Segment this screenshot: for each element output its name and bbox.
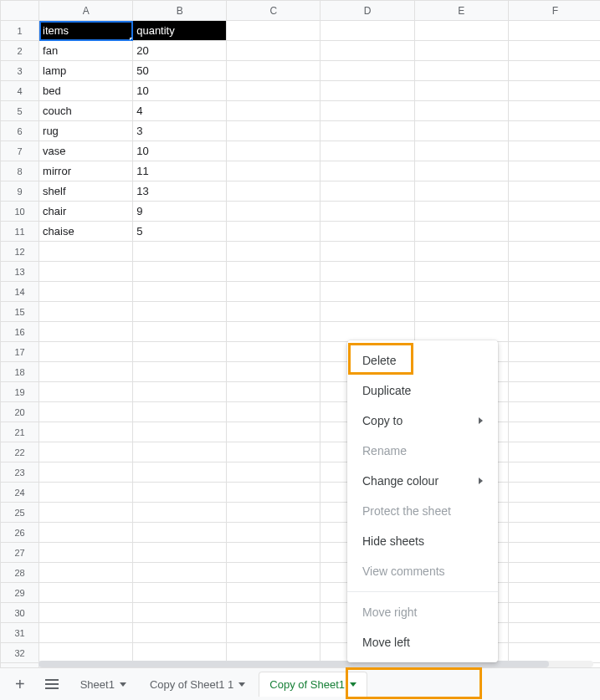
col-header-F[interactable]: F <box>508 1 600 21</box>
cell-C30[interactable] <box>227 603 321 623</box>
col-header-A[interactable]: A <box>39 1 133 21</box>
cell-E1[interactable] <box>414 21 508 41</box>
menu-item-copy-to[interactable]: Copy to <box>347 406 498 436</box>
cell-A22[interactable] <box>39 442 133 462</box>
cell-A6[interactable]: rug <box>39 121 133 141</box>
row-header[interactable]: 12 <box>1 242 39 262</box>
cell-B23[interactable] <box>133 462 227 483</box>
cell-B1[interactable]: quantity <box>133 21 227 41</box>
cell-F6[interactable] <box>508 121 600 141</box>
row-header[interactable]: 10 <box>1 202 39 222</box>
cell-C21[interactable] <box>227 422 321 442</box>
col-header-C[interactable]: C <box>227 1 321 21</box>
cell-D6[interactable] <box>321 121 414 141</box>
cell-F28[interactable] <box>508 563 600 583</box>
row-header[interactable]: 23 <box>1 462 39 483</box>
cell-A2[interactable]: fan <box>39 41 133 61</box>
row-header[interactable]: 19 <box>1 382 39 402</box>
cell-C14[interactable] <box>227 282 321 302</box>
chevron-down-icon[interactable] <box>120 682 126 687</box>
cell-B6[interactable]: 3 <box>133 121 227 141</box>
cell-E13[interactable] <box>414 262 508 282</box>
cell-C23[interactable] <box>227 462 321 483</box>
cell-A31[interactable] <box>39 623 133 643</box>
cell-C5[interactable] <box>227 101 321 121</box>
cell-A28[interactable] <box>39 563 133 583</box>
cell-F22[interactable] <box>508 442 600 462</box>
row-header[interactable]: 15 <box>1 302 39 322</box>
cell-B30[interactable] <box>133 603 227 623</box>
row-header[interactable]: 4 <box>1 81 39 101</box>
cell-A8[interactable]: mirror <box>39 161 133 181</box>
cell-F15[interactable] <box>508 302 600 322</box>
row-header[interactable]: 28 <box>1 563 39 583</box>
cell-A7[interactable]: vase <box>39 141 133 161</box>
cell-F16[interactable] <box>508 322 600 342</box>
cell-B28[interactable] <box>133 563 227 583</box>
cell-A29[interactable] <box>39 583 133 603</box>
cell-A25[interactable] <box>39 503 133 523</box>
cell-D1[interactable] <box>321 21 414 41</box>
sheet-tab-copy-of-sheet1[interactable]: Copy of Sheet1 <box>259 672 367 697</box>
cell-F26[interactable] <box>508 523 600 543</box>
cell-E12[interactable] <box>414 242 508 262</box>
cell-B29[interactable] <box>133 583 227 603</box>
cell-F10[interactable] <box>508 202 600 222</box>
cell-F9[interactable] <box>508 181 600 202</box>
cell-F31[interactable] <box>508 623 600 643</box>
menu-item-hide-sheets[interactable]: Hide sheets <box>347 526 498 556</box>
menu-item-delete[interactable]: Delete <box>347 345 498 376</box>
menu-item-move-left[interactable]: Move left <box>347 627 498 657</box>
row-header[interactable]: 8 <box>1 161 39 181</box>
row-header[interactable]: 7 <box>1 141 39 161</box>
cell-A9[interactable]: shelf <box>39 181 133 202</box>
cell-E2[interactable] <box>414 41 508 61</box>
cell-B18[interactable] <box>133 362 227 382</box>
cell-C27[interactable] <box>227 543 321 563</box>
cell-D12[interactable] <box>321 242 414 262</box>
row-header[interactable]: 26 <box>1 523 39 543</box>
cell-C9[interactable] <box>227 181 321 202</box>
cell-E5[interactable] <box>414 101 508 121</box>
sheet-tab-sheet1[interactable]: Sheet1 <box>70 672 136 697</box>
cell-B11[interactable]: 5 <box>133 222 227 242</box>
cell-C29[interactable] <box>227 583 321 603</box>
cell-B24[interactable] <box>133 483 227 503</box>
cell-B19[interactable] <box>133 382 227 402</box>
cell-F7[interactable] <box>508 141 600 161</box>
horizontal-scrollbar[interactable] <box>38 661 593 667</box>
row-header[interactable]: 16 <box>1 322 39 342</box>
cell-C32[interactable] <box>227 643 321 663</box>
cell-B13[interactable] <box>133 262 227 282</box>
cell-F29[interactable] <box>508 583 600 603</box>
row-header[interactable]: 5 <box>1 101 39 121</box>
chevron-down-icon[interactable] <box>238 682 245 687</box>
cell-F20[interactable] <box>508 402 600 422</box>
row-header[interactable]: 22 <box>1 442 39 462</box>
cell-E6[interactable] <box>414 121 508 141</box>
cell-F21[interactable] <box>508 422 600 442</box>
cell-C22[interactable] <box>227 442 321 462</box>
cell-A3[interactable]: lamp <box>39 61 133 81</box>
col-header-E[interactable]: E <box>414 1 508 21</box>
cell-E8[interactable] <box>414 161 508 181</box>
cell-D16[interactable] <box>321 322 414 342</box>
cell-F18[interactable] <box>508 362 600 382</box>
row-header[interactable]: 20 <box>1 402 39 422</box>
cell-A20[interactable] <box>39 402 133 422</box>
cell-B27[interactable] <box>133 543 227 563</box>
cell-C4[interactable] <box>227 81 321 101</box>
add-sheet-button[interactable] <box>7 672 33 697</box>
row-header[interactable]: 31 <box>1 623 39 643</box>
cell-B9[interactable]: 13 <box>133 181 227 202</box>
row-header[interactable]: 2 <box>1 41 39 61</box>
cell-C7[interactable] <box>227 141 321 161</box>
cell-B10[interactable]: 9 <box>133 202 227 222</box>
cell-D8[interactable] <box>321 161 414 181</box>
cell-F4[interactable] <box>508 81 600 101</box>
cell-A27[interactable] <box>39 543 133 563</box>
row-header[interactable]: 17 <box>1 342 39 362</box>
cell-E7[interactable] <box>414 141 508 161</box>
row-header[interactable]: 25 <box>1 503 39 523</box>
cell-C24[interactable] <box>227 483 321 503</box>
